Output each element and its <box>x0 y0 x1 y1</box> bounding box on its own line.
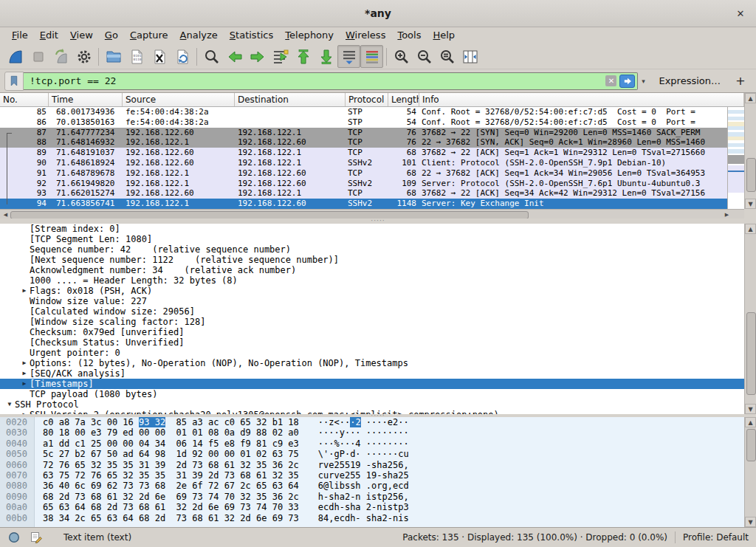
menu-view[interactable]: View <box>64 28 99 43</box>
detail-line[interactable]: Urgent pointer: 0 <box>0 348 744 358</box>
filter-history-dropdown[interactable]: ▾ <box>638 78 648 85</box>
detail-line[interactable]: [TCP Segment Len: 1080] <box>0 234 744 244</box>
capture-comment-button[interactable] <box>30 531 43 544</box>
hex-row[interactable]: 008036 40 6c 69 62 73 73 68 2e 6f 72 67 … <box>0 481 744 491</box>
packet-row-85[interactable]: 8568.001734936fe:54:00:d4:38:2aSTP54Conf… <box>0 107 727 117</box>
column-header-source[interactable]: Source <box>123 93 235 106</box>
scroll-thumb[interactable] <box>746 312 756 395</box>
detail-line[interactable]: ▶[Timestamps] <box>0 379 744 389</box>
menu-help[interactable]: Help <box>427 28 461 43</box>
filter-clear-button[interactable]: ✕ <box>605 75 616 86</box>
packet-row-91[interactable]: 9171.648789678192.168.122.1192.168.122.6… <box>0 168 727 179</box>
go-first-button[interactable] <box>292 45 315 68</box>
detail-line[interactable]: Checksum: 0x79ed [unverified] <box>0 327 744 337</box>
auto-scroll-button[interactable] <box>337 45 360 68</box>
find-packet-button[interactable] <box>200 45 223 68</box>
packet-row-86[interactable]: 8670.013850163fe:54:00:d4:38:2aSTP54Conf… <box>0 117 727 128</box>
scroll-up-button[interactable]: ▲ <box>745 417 756 427</box>
menu-analyze[interactable]: Analyze <box>174 28 224 43</box>
expander-icon[interactable]: ▼ <box>4 399 15 410</box>
hex-row[interactable]: 0040a1 dd c1 25 00 00 04 34 06 14 f5 e8 … <box>0 438 744 449</box>
scroll-down-button[interactable]: ▼ <box>745 404 756 414</box>
go-last-button[interactable] <box>315 45 337 68</box>
hex-row[interactable]: 00a065 63 64 68 2d 73 68 61 32 2d 6e 69 … <box>0 502 744 512</box>
scroll-up-button[interactable]: ▲ <box>745 93 756 103</box>
hex-row[interactable]: 00b038 34 2c 65 63 64 68 2d 73 68 61 32 … <box>0 513 744 523</box>
detail-line[interactable]: ▶Flags: 0x018 (PSH, ACK) <box>0 286 744 296</box>
expert-info-button[interactable] <box>7 531 21 544</box>
go-to-packet-button[interactable] <box>269 45 292 68</box>
start-capture-button[interactable] <box>4 45 27 68</box>
status-profile[interactable]: Profile: Default <box>683 532 749 543</box>
column-header-length[interactable]: Length <box>388 93 419 106</box>
menu-telephony[interactable]: Telephony <box>279 28 340 43</box>
column-header-protocol[interactable]: Protocol <box>346 93 388 106</box>
hex-row[interactable]: 009068 2d 73 68 61 32 2d 6e 69 73 74 70 … <box>0 492 744 502</box>
window-close-button[interactable]: ✕ <box>734 7 747 20</box>
packet-row-93[interactable]: 9371.662015274192.168.122.60192.168.122.… <box>0 188 727 199</box>
filter-add-button[interactable]: + <box>734 74 747 88</box>
go-back-button[interactable] <box>223 45 246 68</box>
expander-icon[interactable]: ▶ <box>19 368 30 379</box>
column-header-no[interactable]: No. <box>0 93 49 106</box>
zoom-out-button[interactable] <box>413 45 436 68</box>
hex-row[interactable]: 006072 76 65 32 35 35 31 39 2d 73 68 61 … <box>0 460 744 470</box>
hex-row[interactable]: 003080 18 00 e3 79 ed 00 00 01 01 08 0a … <box>0 427 744 438</box>
menu-statistics[interactable]: Statistics <box>224 28 279 43</box>
save-file-button[interactable]: 01010110 <box>125 45 148 68</box>
scroll-down-button[interactable]: ▼ <box>745 517 756 527</box>
menu-wireless[interactable]: Wireless <box>340 28 391 43</box>
menu-edit[interactable]: Edit <box>34 28 64 43</box>
expander-icon[interactable]: ▶ <box>19 358 30 368</box>
detail-line[interactable]: [Stream index: 0] <box>0 224 744 234</box>
zoom-original-button[interactable] <box>436 45 458 68</box>
packet-row-88[interactable]: 8871.648146932192.168.122.1192.168.122.6… <box>0 137 727 148</box>
detail-line[interactable]: ▼SSH Protocol <box>0 399 744 410</box>
expander-icon[interactable]: ▶ <box>19 286 30 296</box>
filter-apply-button[interactable] <box>619 75 635 88</box>
column-header-destination[interactable]: Destination <box>235 93 346 106</box>
detail-line[interactable]: TCP payload (1080 bytes) <box>0 389 744 399</box>
detail-line[interactable]: Sequence number: 42 (relative sequence n… <box>0 244 744 255</box>
go-forward-button[interactable] <box>246 45 269 68</box>
detail-line[interactable]: [Calculated window size: 29056] <box>0 306 744 317</box>
hex-row[interactable]: 0020c0 a8 7a 3c 00 16 93 32 85 a3 ac c0 … <box>0 417 744 427</box>
details-vscrollbar[interactable]: ▲ ▼ <box>744 224 756 414</box>
scroll-up-button[interactable]: ▲ <box>745 224 756 234</box>
close-file-button[interactable] <box>148 45 171 68</box>
packet-row-90[interactable]: 9071.648618924192.168.122.60192.168.122.… <box>0 158 727 168</box>
open-file-button[interactable] <box>102 45 125 68</box>
pane-splitter-top[interactable]: ····· <box>0 219 756 224</box>
expander-icon[interactable]: ▶ <box>19 379 30 389</box>
filter-bookmark-button[interactable] <box>4 72 24 91</box>
hex-row[interactable]: 00505c 27 b2 67 50 ad 64 98 1d 92 00 00 … <box>0 449 744 459</box>
hex-vscrollbar[interactable]: ▲ ▼ <box>744 417 756 527</box>
menu-file[interactable]: File <box>6 28 34 43</box>
menu-tools[interactable]: Tools <box>391 28 427 43</box>
packet-row-87[interactable]: 8771.647777234192.168.122.60192.168.122.… <box>0 128 727 138</box>
menu-go[interactable]: Go <box>99 28 124 43</box>
colorize-button[interactable] <box>360 45 383 68</box>
stop-capture-button[interactable] <box>27 45 49 68</box>
detail-line[interactable]: ▶[SEQ/ACK analysis] <box>0 368 744 379</box>
detail-line[interactable]: [Window size scaling factor: 128] <box>0 317 744 327</box>
detail-line[interactable]: Acknowledgment number: 34 (relative ack … <box>0 265 744 275</box>
zoom-in-button[interactable] <box>390 45 413 68</box>
scroll-right-button[interactable]: ▶ <box>722 210 732 219</box>
packet-row-89[interactable]: 8971.648191037192.168.122.60192.168.122.… <box>0 148 727 158</box>
resize-columns-button[interactable] <box>458 45 481 68</box>
packet-row-92[interactable]: 9271.661949820192.168.122.1192.168.122.6… <box>0 179 727 189</box>
detail-line[interactable]: [Checksum Status: Unverified] <box>0 337 744 348</box>
packet-row-94[interactable]: 9471.663856741192.168.122.1192.168.122.6… <box>0 199 727 209</box>
detail-line[interactable]: Window size value: 227 <box>0 296 744 306</box>
scroll-thumb[interactable] <box>746 158 756 192</box>
display-filter-input[interactable] <box>26 75 605 86</box>
scroll-thumb[interactable] <box>746 429 756 461</box>
hex-row[interactable]: 007063 75 72 76 65 32 35 35 31 39 2d 73 … <box>0 470 744 481</box>
packet-list-vscrollbar[interactable]: ▲ ▼ <box>744 93 756 209</box>
expression-button[interactable]: Expression… <box>659 75 721 86</box>
column-header-info[interactable]: Info <box>419 93 744 106</box>
packet-list-minimap[interactable] <box>727 107 745 209</box>
menu-capture[interactable]: Capture <box>124 28 174 43</box>
column-header-time[interactable]: Time <box>49 93 123 106</box>
